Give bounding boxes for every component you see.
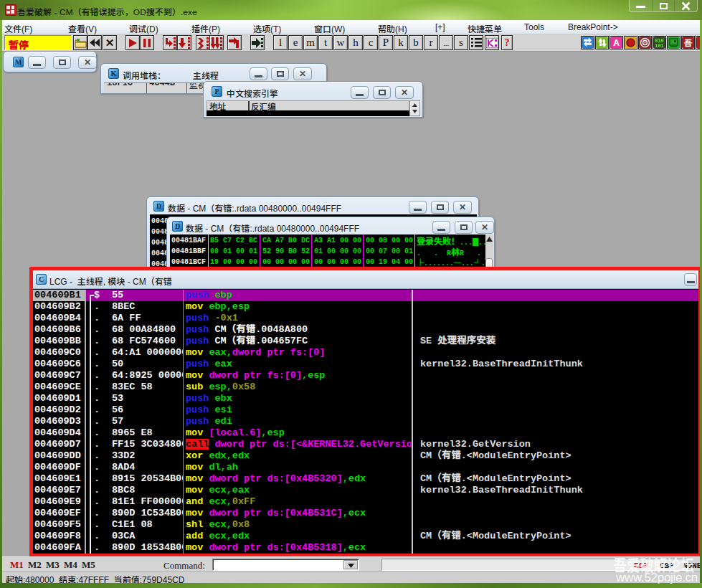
svg-text:101: 101 (655, 43, 664, 49)
svg-text:吾: 吾 (684, 37, 692, 48)
svg-text:A: A (613, 38, 620, 48)
